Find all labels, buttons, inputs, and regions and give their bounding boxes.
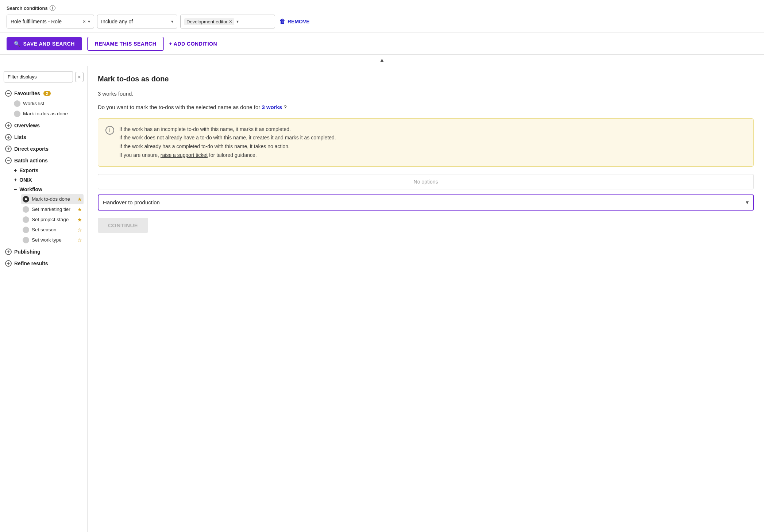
search-conditions-label: Search conditions i xyxy=(7,5,757,11)
filter-clear-icon: × xyxy=(78,74,81,80)
condition2-select[interactable]: Include any of ▾ xyxy=(97,15,177,28)
project-stage-star-icon[interactable]: ★ xyxy=(77,217,82,223)
onix-sub-header[interactable]: + ONIX xyxy=(12,175,84,185)
condition2-value: Include any of xyxy=(101,19,169,24)
sidebar-section-batch-actions: − Batch actions + Exports + ONIX − Workf… xyxy=(4,155,84,245)
mark-todos-done-label: Mark to-dos done xyxy=(32,196,75,203)
mark-todos-done-radio xyxy=(23,196,29,203)
project-stage-radio xyxy=(23,216,29,223)
save-search-label: SAVE AND SEARCH xyxy=(23,41,75,47)
works-link[interactable]: 3 works xyxy=(262,104,282,110)
workflow-sub-header[interactable]: − Workflow xyxy=(12,185,84,194)
lists-label: Lists xyxy=(14,134,26,140)
support-ticket-link[interactable]: raise a support ticket xyxy=(161,152,208,158)
mark-todos-star-icon[interactable]: ★ xyxy=(77,196,82,202)
handover-input[interactable] xyxy=(103,199,746,205)
sidebar-item-set-marketing-tier[interactable]: Set marketing tier ★ xyxy=(21,204,84,215)
info-icon[interactable]: i xyxy=(50,5,55,11)
batch-actions-label: Batch actions xyxy=(14,158,48,163)
condition3-tag-value: Development editor xyxy=(186,19,228,24)
filter-clear-button[interactable]: × xyxy=(75,72,84,82)
trash-icon: 🗑 xyxy=(279,18,285,25)
direct-exports-header[interactable]: + Direct exports xyxy=(4,144,84,154)
search-conditions-bar: Search conditions i Role fulfillments - … xyxy=(0,0,764,32)
marketing-tier-radio xyxy=(23,206,29,213)
filter-displays-input[interactable] xyxy=(4,71,73,82)
remove-condition-btn[interactable]: 🗑 REMOVE xyxy=(278,18,311,25)
favourites-badge: 2 xyxy=(43,91,51,96)
collapse-bar[interactable]: ▲ xyxy=(0,55,764,66)
exports-sub-header[interactable]: + Exports xyxy=(12,166,84,175)
condition1-value: Role fulfillments - Role xyxy=(11,19,81,24)
add-condition-button[interactable]: + ADD CONDITION xyxy=(169,41,217,47)
no-options-text: No options xyxy=(414,179,438,185)
filter-displays-row: × xyxy=(4,71,84,82)
batch-actions-header[interactable]: − Batch actions xyxy=(4,155,84,166)
lists-toggle-icon: + xyxy=(5,134,12,140)
info-line-1: If the work has an incomplete to-do with… xyxy=(119,126,291,132)
workflow-children: Mark to-dos done ★ Set marketing tier ★ … xyxy=(12,194,84,245)
set-work-type-star-icon[interactable]: ☆ xyxy=(77,237,82,243)
condition3-tag: Development editor × xyxy=(184,18,234,25)
sidebar-item-set-season[interactable]: Set season ☆ xyxy=(21,225,84,235)
sidebar-item-works-list[interactable]: Works list xyxy=(12,99,84,109)
info-box-icon: i xyxy=(105,126,114,135)
condition2-chevron[interactable]: ▾ xyxy=(171,19,173,24)
workflow-label: Workflow xyxy=(19,186,42,192)
dropdown-input-row[interactable]: ▾ xyxy=(98,194,754,211)
publishing-toggle-icon: + xyxy=(5,248,12,255)
question-text-before: Do you want to mark the to-dos with the … xyxy=(98,104,260,110)
sidebar-section-lists: + Lists xyxy=(4,132,84,142)
exports-toggle-icon: + xyxy=(14,167,17,173)
lists-header[interactable]: + Lists xyxy=(4,132,84,142)
refine-results-header[interactable]: + Refine results xyxy=(4,258,84,269)
refine-results-toggle-icon: + xyxy=(5,260,12,267)
search-conditions-text: Search conditions xyxy=(7,5,48,11)
set-work-type-radio xyxy=(23,237,29,243)
info-line-3: If the work already has a completed to-d… xyxy=(119,143,290,149)
marketing-tier-star-icon[interactable]: ★ xyxy=(77,207,82,212)
workflow-toggle-icon: − xyxy=(14,186,17,192)
exports-label: Exports xyxy=(19,167,38,173)
set-work-type-label: Set work type xyxy=(32,237,75,243)
batch-actions-children: + Exports + ONIX − Workflow Mar xyxy=(4,166,84,245)
direct-exports-label: Direct exports xyxy=(14,146,49,152)
info-line-4-before: If you are unsure, xyxy=(119,152,161,158)
sidebar-section-direct-exports: + Direct exports xyxy=(4,144,84,154)
overviews-header[interactable]: + Overviews xyxy=(4,120,84,131)
favourites-header[interactable]: − Favourites 2 xyxy=(4,88,84,99)
question-text-end: ? xyxy=(283,104,286,110)
sidebar-item-set-work-type[interactable]: Set work type ☆ xyxy=(21,235,84,245)
condition1-select[interactable]: Role fulfillments - Role × ▾ xyxy=(7,15,94,28)
project-stage-label: Set project stage xyxy=(32,216,75,223)
batch-actions-toggle-icon: − xyxy=(5,157,12,164)
info-box: i If the work has an incomplete to-do wi… xyxy=(98,118,754,167)
works-list-label: Works list xyxy=(23,100,82,107)
sidebar: × − Favourites 2 Works list Mark to-dos … xyxy=(0,66,88,532)
main-layout: × − Favourites 2 Works list Mark to-dos … xyxy=(0,66,764,532)
sidebar-item-set-project-stage[interactable]: Set project stage ★ xyxy=(21,215,84,225)
sidebar-section-overviews: + Overviews xyxy=(4,120,84,131)
info-line-2: If the work does not already have a to-d… xyxy=(119,135,336,140)
set-season-label: Set season xyxy=(32,227,75,233)
mark-todos-label: Mark to-dos as done xyxy=(23,111,82,117)
rename-search-button[interactable]: RENAME THIS SEARCH xyxy=(87,37,164,51)
mark-todos-radio xyxy=(14,111,20,117)
continue-button[interactable]: CONTINUE xyxy=(98,218,148,233)
sidebar-item-mark-todos-done[interactable]: Mark to-dos as done xyxy=(12,109,84,119)
sidebar-section-publishing: + Publishing xyxy=(4,247,84,257)
condition3-clear[interactable]: × xyxy=(229,19,232,24)
dropdown-chevron-icon[interactable]: ▾ xyxy=(746,199,749,206)
condition1-chevron[interactable]: ▾ xyxy=(88,19,90,24)
sidebar-item-mark-todos-done-2[interactable]: Mark to-dos done ★ xyxy=(21,194,84,204)
condition3-select[interactable]: Development editor × ▾ xyxy=(180,15,275,28)
condition1-clear[interactable]: × xyxy=(83,19,86,24)
panel-title: Mark to-dos as done xyxy=(98,75,754,83)
publishing-header[interactable]: + Publishing xyxy=(4,247,84,257)
sidebar-section-refine-results: + Refine results xyxy=(4,258,84,269)
onix-toggle-icon: + xyxy=(14,177,17,183)
set-season-star-icon[interactable]: ☆ xyxy=(77,227,82,233)
save-and-search-button[interactable]: 🔍 SAVE AND SEARCH xyxy=(7,37,82,50)
favourites-toggle-icon: − xyxy=(5,90,12,97)
condition3-chevron[interactable]: ▾ xyxy=(236,19,239,24)
